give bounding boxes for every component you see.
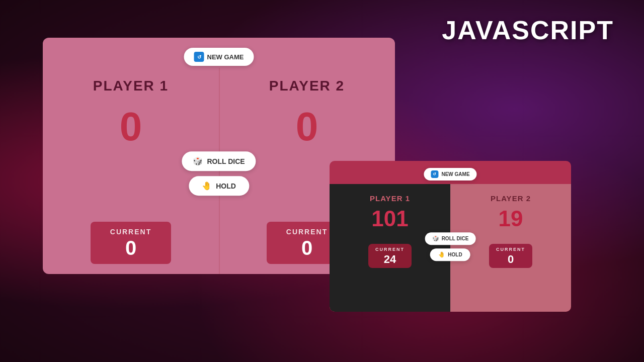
small-new-game-icon: ↺ xyxy=(431,170,438,178)
large-player1-current-label: CURRENT xyxy=(106,228,156,236)
small-player2-current-label: CURRENT xyxy=(496,247,525,252)
large-player1-current-value: 0 xyxy=(106,238,156,258)
small-roll-dice-button[interactable]: 🎲 ROLL DICE xyxy=(425,232,476,245)
large-roll-dice-icon: 🎲 xyxy=(193,156,203,166)
small-game-card: ↺ NEW GAME PLAYER 1 101 CURRENT 24 🎲 ROL… xyxy=(330,161,571,312)
large-player2-current-label: CURRENT xyxy=(282,228,332,236)
large-hold-button[interactable]: 🤚 HOLD xyxy=(189,176,249,196)
small-player2-current-box: CURRENT 0 xyxy=(489,244,532,268)
large-new-game-label: NEW GAME xyxy=(207,53,244,61)
small-roll-dice-icon: 🎲 xyxy=(432,235,439,242)
large-hold-label: HOLD xyxy=(216,182,236,190)
large-new-game-icon: ↺ xyxy=(194,52,204,62)
small-hold-icon: 🤚 xyxy=(438,251,445,258)
large-center-controls: 🎲 ROLL DICE 🤚 HOLD xyxy=(182,151,256,196)
large-new-game-button[interactable]: ↺ NEW GAME xyxy=(184,48,254,66)
small-player1-current-box: CURRENT 24 xyxy=(368,244,412,268)
large-player2-current-value: 0 xyxy=(282,238,332,258)
small-player1-name: PLAYER 1 xyxy=(370,194,410,203)
small-player1-current-value: 24 xyxy=(375,254,405,265)
small-hold-label: HOLD xyxy=(448,252,462,257)
large-player1-current-box: CURRENT 0 xyxy=(91,222,171,264)
large-player2-score: 0 xyxy=(296,107,318,147)
small-hold-button[interactable]: 🤚 HOLD xyxy=(430,248,470,261)
large-player2-name: PLAYER 2 xyxy=(269,78,345,94)
small-game-container: ↺ NEW GAME PLAYER 1 101 CURRENT 24 🎲 ROL… xyxy=(330,161,571,312)
small-new-game-label: NEW GAME xyxy=(441,171,469,177)
large-roll-dice-button[interactable]: 🎲 ROLL DICE xyxy=(182,151,256,171)
small-player1-current-label: CURRENT xyxy=(375,247,405,252)
small-player2-name: PLAYER 2 xyxy=(491,194,531,203)
small-player2-current-value: 0 xyxy=(496,254,525,265)
small-new-game-button[interactable]: ↺ NEW GAME xyxy=(424,168,476,180)
small-player2-score: 19 xyxy=(499,208,523,230)
small-center-controls: 🎲 ROLL DICE 🤚 HOLD xyxy=(425,232,476,261)
large-player1-name: PLAYER 1 xyxy=(93,78,169,94)
app-title: JAVASCRIPT xyxy=(442,15,614,45)
small-roll-dice-label: ROLL DICE xyxy=(442,236,469,241)
large-roll-dice-label: ROLL DICE xyxy=(207,157,245,165)
small-player1-score: 101 xyxy=(371,208,408,230)
small-players-row: PLAYER 1 101 CURRENT 24 🎲 ROLL DICE 🤚 HO… xyxy=(330,161,571,312)
large-hold-icon: 🤚 xyxy=(202,181,212,191)
large-player1-score: 0 xyxy=(120,107,142,147)
